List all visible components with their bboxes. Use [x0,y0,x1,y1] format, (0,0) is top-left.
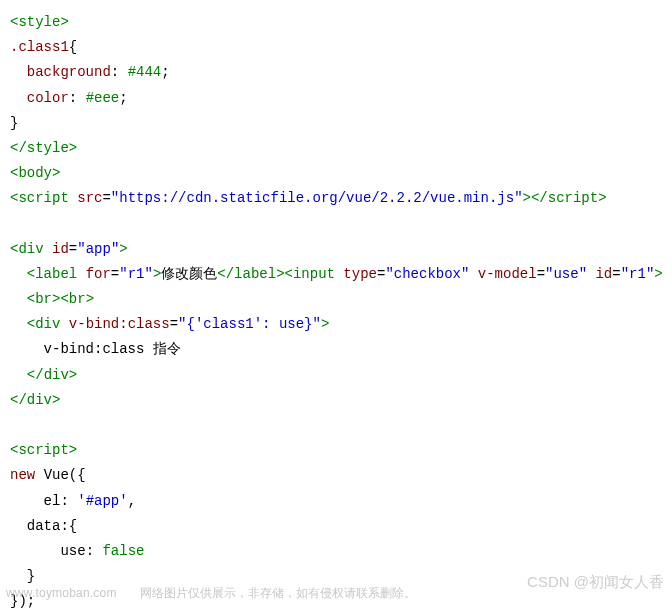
code-line: color: #eee; [10,90,128,106]
code-line: new Vue({ [10,467,86,483]
watermark-url: www.toymoban.com [6,583,117,605]
code-line: background: #444; [10,64,170,80]
code-line: <div v-bind:class="{'class1': use}"> [10,316,329,332]
watermark-note: 网络图片仅供展示，非存储，如有侵权请联系删除。 [140,583,416,605]
code-line: use: false [10,543,144,559]
code-line: </div> [10,367,77,383]
code-line: </style> [10,140,77,156]
code-line: <style> [10,14,69,30]
code-line: <div id="app"> [10,241,128,257]
code-line: v-bind:class 指令 [10,341,181,357]
code-line: <script> [10,442,77,458]
code-line: } [10,568,35,584]
code-line: data:{ [10,518,77,534]
code-line: <script src="https://cdn.staticfile.org/… [10,190,607,206]
code-block: <style> .class1{ background: #444; color… [10,10,662,611]
code-line: <label for="r1">修改颜色</label><input type=… [10,266,663,282]
code-line: <body> [10,165,60,181]
code-line: el: '#app', [10,493,136,509]
watermark-author: CSDN @初闻女人香 [527,568,664,595]
code-line: </div> [10,392,60,408]
code-line: } [10,115,18,131]
code-line: .class1{ [10,39,77,55]
code-line: <br><br> [10,291,94,307]
